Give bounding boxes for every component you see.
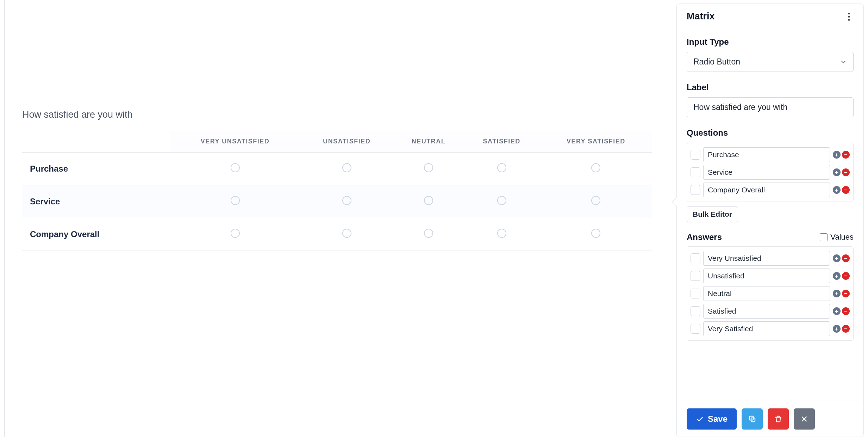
panel-header: Matrix ⋮	[677, 4, 863, 29]
duplicate-button[interactable]	[742, 408, 763, 430]
preview-area: How satisfied are you with VERY UNSATISF…	[4, 0, 666, 437]
more-options-icon[interactable]: ⋮	[844, 12, 854, 21]
matrix-radio[interactable]	[231, 196, 240, 205]
close-icon	[800, 415, 808, 423]
drag-handle-icon[interactable]	[691, 167, 700, 177]
answer-input[interactable]	[703, 251, 830, 266]
matrix-header-row: VERY UNSATISFIED UNSATISFIED NEUTRAL SAT…	[22, 131, 652, 153]
questions-list: + − + − + −	[687, 143, 854, 202]
matrix-radio[interactable]	[591, 163, 600, 172]
values-checkbox[interactable]	[820, 233, 828, 241]
answer-input[interactable]	[703, 304, 830, 319]
matrix-table: VERY UNSATISFIED UNSATISFIED NEUTRAL SAT…	[22, 131, 652, 251]
matrix-row: Service	[22, 185, 652, 218]
panel-body: Input Type Radio Button Label Questions …	[677, 29, 863, 401]
matrix-radio[interactable]	[591, 229, 600, 238]
matrix-radio[interactable]	[424, 229, 433, 238]
answer-row: + −	[691, 249, 850, 267]
chevron-down-icon	[840, 58, 847, 66]
remove-question-button[interactable]: −	[842, 151, 850, 159]
add-question-button[interactable]: +	[833, 168, 841, 176]
delete-button[interactable]	[768, 408, 789, 430]
question-row: + −	[691, 181, 850, 199]
copy-icon	[748, 415, 756, 423]
preview-inner: How satisfied are you with VERY UNSATISF…	[5, 0, 666, 251]
drag-handle-icon[interactable]	[691, 289, 700, 298]
bulk-editor-button[interactable]: Bulk Editor	[687, 206, 738, 222]
input-type-label: Input Type	[687, 37, 854, 47]
label-input[interactable]	[687, 97, 854, 117]
matrix-row: Purchase	[22, 153, 652, 185]
answer-input[interactable]	[703, 286, 830, 301]
question-input[interactable]	[703, 147, 830, 162]
values-toggle[interactable]: Values	[820, 233, 854, 242]
matrix-radio[interactable]	[497, 163, 506, 172]
matrix-radio[interactable]	[342, 196, 351, 205]
add-answer-button[interactable]: +	[833, 290, 841, 297]
remove-answer-button[interactable]: −	[842, 290, 850, 297]
drag-handle-icon[interactable]	[691, 271, 700, 281]
remove-answer-button[interactable]: −	[842, 254, 850, 262]
drag-handle-icon[interactable]	[691, 324, 700, 334]
question-row: + −	[691, 164, 850, 181]
remove-question-button[interactable]: −	[842, 168, 850, 176]
answers-header: Answers Values	[687, 232, 854, 242]
answer-row: + −	[691, 285, 850, 302]
input-type-select[interactable]: Radio Button	[687, 52, 854, 72]
matrix-question-label: How satisfied are you with	[22, 109, 652, 120]
answer-row: + −	[691, 267, 850, 285]
panel-title: Matrix	[687, 11, 715, 22]
panel-footer: Save	[677, 401, 863, 437]
input-type-value: Radio Button	[693, 57, 740, 67]
matrix-row: Company Overall	[22, 218, 652, 251]
matrix-radio[interactable]	[497, 196, 506, 205]
drag-handle-icon[interactable]	[691, 306, 700, 316]
add-answer-button[interactable]: +	[833, 307, 841, 315]
matrix-radio[interactable]	[231, 163, 240, 172]
add-answer-button[interactable]: +	[833, 254, 841, 262]
question-input[interactable]	[703, 183, 830, 197]
label-field-label: Label	[687, 82, 854, 92]
check-icon	[696, 415, 704, 423]
questions-section-label: Questions	[687, 128, 854, 138]
drag-handle-icon[interactable]	[691, 150, 700, 160]
answers-list: + − + − + −	[687, 246, 854, 341]
trash-icon	[774, 415, 782, 423]
remove-answer-button[interactable]: −	[842, 307, 850, 315]
matrix-row-label: Purchase	[22, 153, 170, 185]
add-question-button[interactable]: +	[833, 151, 841, 159]
remove-answer-button[interactable]: −	[842, 272, 850, 280]
matrix-radio[interactable]	[497, 229, 506, 238]
answer-input[interactable]	[703, 321, 830, 336]
save-button-label: Save	[708, 414, 728, 424]
drag-handle-icon[interactable]	[691, 185, 700, 195]
answer-row: + −	[691, 320, 850, 338]
settings-panel: Matrix ⋮ Input Type Radio Button Label Q…	[676, 4, 864, 437]
matrix-row-label: Company Overall	[22, 218, 170, 251]
matrix-col-header: UNSATISFIED	[300, 131, 393, 153]
remove-question-button[interactable]: −	[842, 186, 850, 194]
matrix-col-header: SATISFIED	[464, 131, 540, 153]
matrix-col-header: VERY UNSATISFIED	[170, 131, 300, 153]
values-toggle-label: Values	[830, 233, 854, 242]
answer-row: + −	[691, 302, 850, 320]
question-input[interactable]	[703, 165, 830, 180]
matrix-radio[interactable]	[424, 163, 433, 172]
answers-section-label: Answers	[687, 232, 722, 242]
add-answer-button[interactable]: +	[833, 325, 841, 333]
matrix-radio[interactable]	[591, 196, 600, 205]
remove-answer-button[interactable]: −	[842, 325, 850, 333]
close-button[interactable]	[794, 408, 815, 430]
drag-handle-icon[interactable]	[691, 253, 700, 263]
matrix-radio[interactable]	[342, 229, 351, 238]
answer-input[interactable]	[703, 269, 830, 283]
matrix-radio[interactable]	[231, 229, 240, 238]
matrix-radio[interactable]	[424, 196, 433, 205]
add-answer-button[interactable]: +	[833, 272, 841, 280]
save-button[interactable]: Save	[687, 408, 737, 430]
matrix-col-header: NEUTRAL	[393, 131, 463, 153]
matrix-radio[interactable]	[342, 163, 351, 172]
matrix-header-blank	[22, 131, 170, 153]
matrix-row-label: Service	[22, 185, 170, 218]
add-question-button[interactable]: +	[833, 186, 841, 194]
